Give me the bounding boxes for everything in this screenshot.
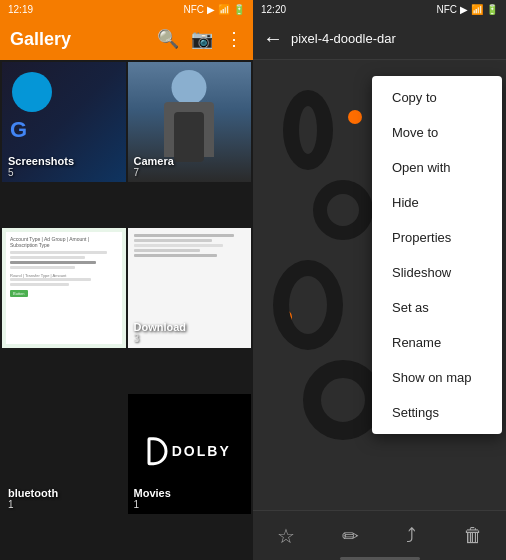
gallery-grid: Screenshots 5 Camera 7 Account Type | Ad… — [0, 60, 253, 560]
album-doc[interactable]: Account Type | Ad Group | Amount | Subsc… — [2, 228, 126, 348]
star-button[interactable]: ☆ — [269, 516, 303, 556]
camera-icon[interactable]: 📷 — [191, 28, 213, 50]
more-options-icon[interactable]: ⋮ — [225, 28, 243, 50]
bottom-toolbar: ☆ ✏ ⤴ 🗑 — [253, 510, 506, 560]
edit-button[interactable]: ✏ — [334, 516, 367, 556]
time-right: 12:20 — [261, 4, 286, 15]
doodle-shape-3 — [273, 260, 343, 350]
orange-dot-1 — [348, 110, 362, 124]
menu-item-hide[interactable]: Hide — [372, 185, 502, 220]
album-camera[interactable]: Camera 7 — [128, 62, 252, 182]
status-icons-left: NFC ▶ 📶 🔋 — [183, 4, 245, 15]
share-button[interactable]: ⤴ — [398, 516, 424, 555]
back-button[interactable]: ← — [263, 27, 283, 50]
menu-item-slideshow[interactable]: Slideshow — [372, 255, 502, 290]
doc-thumbnail: Account Type | Ad Group | Amount | Subsc… — [6, 232, 122, 344]
image-area: Copy to Move to Open with Hide Propertie… — [253, 60, 506, 510]
dolby-logo: DOLBY — [148, 437, 231, 465]
menu-item-move-to[interactable]: Move to — [372, 115, 502, 150]
top-bar-left: Gallery 🔍 📷 ⋮ — [0, 18, 253, 60]
top-bar-right: ← pixel-4-doodle-dar — [253, 18, 506, 60]
status-bar-right: 12:20 NFC ▶ 📶 🔋 — [253, 0, 506, 18]
context-menu: Copy to Move to Open with Hide Propertie… — [372, 76, 502, 434]
status-bar-left: 12:19 NFC ▶ 📶 🔋 — [0, 0, 253, 18]
search-icon[interactable]: 🔍 — [157, 28, 179, 50]
doodle-shape-4 — [303, 360, 383, 440]
menu-item-open-with[interactable]: Open with — [372, 150, 502, 185]
album-bluetooth[interactable]: bluetooth 1 — [2, 394, 126, 514]
delete-button[interactable]: 🗑 — [455, 516, 491, 555]
app-title: Gallery — [10, 29, 71, 50]
status-icons-right: NFC ▶ 📶 🔋 — [436, 4, 498, 15]
menu-item-set-as[interactable]: Set as — [372, 290, 502, 325]
menu-item-properties[interactable]: Properties — [372, 220, 502, 255]
left-panel: 12:19 NFC ▶ 📶 🔋 Gallery 🔍 📷 ⋮ Screenshot… — [0, 0, 253, 560]
album-movies[interactable]: DOLBY Movies 1 — [128, 394, 252, 514]
right-panel: 12:20 NFC ▶ 📶 🔋 ← pixel-4-doodle-dar Cop… — [253, 0, 506, 560]
file-title: pixel-4-doodle-dar — [291, 31, 496, 46]
doodle-shape-1 — [283, 90, 333, 170]
time-left: 12:19 — [8, 4, 33, 15]
album-screenshots[interactable]: Screenshots 5 — [2, 62, 126, 182]
menu-item-show-on-map[interactable]: Show on map — [372, 360, 502, 395]
album-download[interactable]: Download 3 — [128, 228, 252, 348]
top-bar-icons: 🔍 📷 ⋮ — [157, 28, 243, 50]
menu-item-settings[interactable]: Settings — [372, 395, 502, 430]
menu-item-copy-to[interactable]: Copy to — [372, 80, 502, 115]
dolby-d-icon — [148, 437, 168, 465]
doodle-shape-2 — [313, 180, 373, 240]
menu-item-rename[interactable]: Rename — [372, 325, 502, 360]
